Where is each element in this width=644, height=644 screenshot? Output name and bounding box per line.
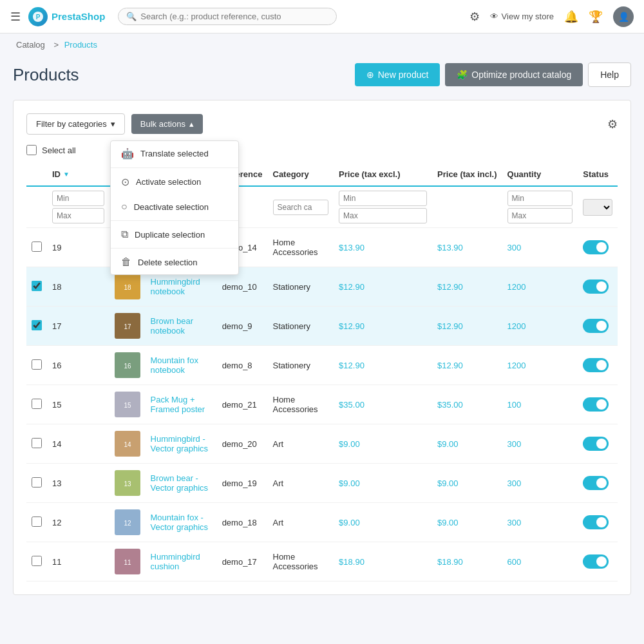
bell-icon[interactable]: 🔔	[564, 10, 578, 24]
activate-selection-item[interactable]: ⊙ Activate selection	[111, 169, 238, 194]
svg-text:14: 14	[124, 441, 131, 448]
bulk-label: Bulk actions	[140, 119, 185, 129]
delete-selection-item[interactable]: 🗑 Delete selection	[111, 250, 238, 274]
new-product-button[interactable]: ⊕ New product	[355, 63, 440, 86]
row-id: 18	[47, 267, 109, 307]
product-image: 12	[115, 509, 140, 535]
global-search-input[interactable]	[140, 12, 328, 21]
row-checkbox[interactable]	[32, 438, 42, 448]
price-excl-min-filter[interactable]	[339, 191, 427, 206]
product-image: 14	[115, 431, 140, 457]
table-settings-icon[interactable]: ⚙	[607, 117, 618, 131]
table-row: 12 12 Mountain fox - Vector graphics dem…	[26, 503, 618, 542]
duplicate-selection-item[interactable]: ⧉ Duplicate selection	[111, 222, 238, 247]
view-store-button[interactable]: 👁 View my store	[490, 12, 554, 21]
row-reference: demo_20	[217, 424, 268, 464]
svg-text:11: 11	[124, 559, 131, 566]
product-name[interactable]: Mountain fox notebook	[151, 355, 198, 375]
status-toggle[interactable]	[583, 476, 609, 490]
product-name[interactable]: Brown bear notebook	[151, 316, 193, 336]
product-name[interactable]: Brown bear - Vector graphics	[151, 473, 209, 493]
delete-label: Delete selection	[138, 258, 198, 267]
id-max-filter[interactable]	[52, 208, 104, 223]
optimize-button[interactable]: 🧩 Optimize product catalog	[445, 63, 583, 86]
row-category: Home Accessories	[268, 385, 334, 424]
translate-label: Translate selected	[140, 149, 209, 158]
avatar[interactable]: 👤	[613, 6, 634, 27]
logo: P PrestaShop	[28, 7, 105, 26]
col-checkbox	[26, 163, 47, 186]
row-price-excl: $13.90	[334, 228, 432, 267]
row-reference: demo_8	[217, 346, 268, 385]
qty-max-filter[interactable]	[507, 208, 573, 223]
product-name[interactable]: Hummingbird cushion	[151, 552, 200, 571]
product-name[interactable]: Pack Mug + Framed poster	[151, 395, 205, 414]
status-toggle[interactable]	[583, 515, 609, 529]
row-id: 19	[47, 228, 109, 267]
row-id: 14	[47, 424, 109, 464]
filter-categories-button[interactable]: Filter by categories ▾	[26, 113, 125, 135]
status-toggle[interactable]	[583, 397, 609, 412]
row-checkbox[interactable]	[32, 359, 42, 370]
row-price-incl: $13.90	[432, 228, 502, 267]
row-quantity: 600	[502, 542, 578, 582]
row-category: Home Accessories	[268, 228, 334, 267]
id-min-filter[interactable]	[52, 191, 104, 206]
chevron-down-icon: ▾	[111, 119, 115, 129]
row-price-excl: $12.90	[334, 307, 432, 346]
status-toggle[interactable]	[583, 554, 609, 569]
search-icon: 🔍	[126, 12, 137, 21]
page-title: Products	[13, 65, 355, 85]
qty-min-filter[interactable]	[507, 191, 573, 206]
eye-icon: 👁	[490, 12, 498, 21]
translate-selected-item[interactable]: 🤖 Translate selected	[111, 141, 238, 166]
status-toggle[interactable]	[583, 319, 609, 333]
row-checkbox[interactable]	[32, 320, 42, 330]
price-excl-max-filter[interactable]	[339, 208, 427, 223]
trophy-icon[interactable]: 🏆	[589, 10, 603, 24]
product-name[interactable]: Hummingbird - Vector graphics	[151, 434, 209, 453]
table-row: 16 16 Mountain fox notebook demo_8 Stati…	[26, 346, 618, 385]
deactivate-icon: ○	[121, 201, 128, 213]
breadcrumb-products[interactable]: Products	[64, 40, 97, 50]
row-price-excl: $12.90	[334, 346, 432, 385]
row-reference: demo_21	[217, 385, 268, 424]
duplicate-icon: ⧉	[121, 229, 128, 240]
deactivate-selection-item[interactable]: ○ Deactivate selection	[111, 194, 238, 219]
row-checkbox[interactable]	[32, 516, 42, 527]
row-checkbox[interactable]	[32, 281, 42, 291]
select-all-checkbox[interactable]	[26, 145, 37, 155]
hamburger-icon[interactable]: ☰	[10, 10, 21, 24]
product-name[interactable]: Hummingbird notebook	[151, 277, 200, 296]
row-category: Art	[268, 464, 334, 503]
row-category: Stationery	[268, 267, 334, 307]
row-price-incl: $18.90	[432, 542, 502, 582]
row-price-incl: $9.00	[432, 464, 502, 503]
row-category: Art	[268, 424, 334, 464]
row-quantity: 300	[502, 503, 578, 542]
status-toggle[interactable]	[583, 358, 609, 372]
row-category: Art	[268, 503, 334, 542]
product-image: 13	[115, 470, 140, 496]
col-id[interactable]: ID ▼	[47, 163, 109, 186]
row-checkbox[interactable]	[32, 556, 42, 566]
row-id: 17	[47, 307, 109, 346]
bulk-actions-dropdown: 🤖 Translate selected ⊙ Activate selectio…	[110, 140, 239, 275]
status-filter[interactable]: Active Inactive	[583, 199, 612, 216]
status-toggle[interactable]	[583, 279, 609, 294]
global-search[interactable]: 🔍	[118, 8, 337, 25]
row-id: 16	[47, 346, 109, 385]
product-image: 17	[115, 313, 140, 339]
bulk-actions-button[interactable]: Bulk actions ▴	[131, 114, 203, 134]
row-checkbox[interactable]	[32, 242, 42, 252]
status-toggle[interactable]	[583, 437, 609, 451]
new-product-label: New product	[378, 70, 429, 80]
row-checkbox[interactable]	[32, 477, 42, 488]
modules-icon[interactable]: ⚙	[469, 10, 480, 24]
row-checkbox[interactable]	[32, 399, 42, 409]
category-search-filter[interactable]	[273, 200, 329, 215]
help-button[interactable]: Help	[588, 62, 631, 87]
table-row: 13 13 Brown bear - Vector graphics demo_…	[26, 464, 618, 503]
status-toggle[interactable]	[583, 240, 609, 254]
product-name[interactable]: Mountain fox - Vector graphics	[151, 513, 209, 532]
